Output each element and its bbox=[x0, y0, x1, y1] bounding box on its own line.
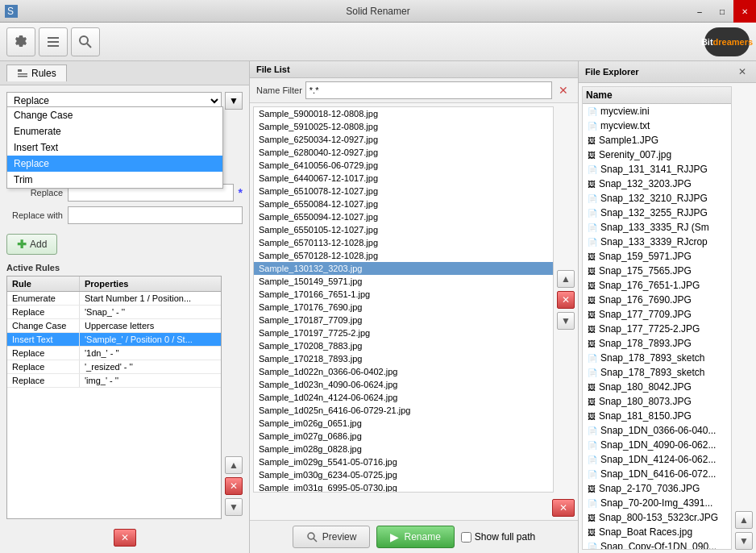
list-item[interactable]: Sample_170187_7709.jpg bbox=[254, 314, 553, 326]
list-item[interactable]: Sample_1d023n_4090-06-0624.jpg bbox=[254, 378, 553, 391]
explorer-item[interactable]: 🖼 Snap_178_7893.JPG bbox=[583, 336, 731, 351]
list-item[interactable]: Sample_6510078-12-1027.jpg bbox=[254, 185, 553, 198]
explorer-item[interactable]: 📄 Snap_132_3255_RJJPG bbox=[583, 206, 731, 220]
list-item[interactable]: Sample_5910025-12-0808.jpg bbox=[254, 120, 553, 133]
settings-button[interactable] bbox=[6, 27, 35, 56]
list-item[interactable]: Sample_6280040-12-0927.jpg bbox=[254, 146, 553, 159]
list-item[interactable]: Sample_170176_7690.jpg bbox=[254, 301, 553, 314]
explorer-item[interactable]: 📄 Snap_1DN_4124-06-062... bbox=[583, 452, 731, 467]
table-row[interactable]: Insert Text 'Sample_' / Position 0 / St.… bbox=[7, 333, 221, 347]
list-item[interactable]: Sample_170197_7725-2.jpg bbox=[254, 326, 553, 339]
list-item[interactable]: Sample_6250034-12-0927.jpg bbox=[254, 133, 553, 146]
dropdown-item-change-case[interactable]: Change Case bbox=[7, 107, 222, 123]
explorer-item[interactable]: 📄 Snap_133_3339_RJcrop bbox=[583, 235, 731, 249]
close-button[interactable]: ✕ bbox=[733, 0, 756, 23]
list-item[interactable]: Sample_170208_7883.jpg bbox=[254, 339, 553, 352]
show-full-path-label[interactable]: Show full path bbox=[461, 526, 535, 548]
explorer-scroll-down-button[interactable]: ▼ bbox=[735, 532, 753, 550]
list-item[interactable]: Sample_6550094-12-1027.jpg bbox=[254, 210, 553, 223]
list-item[interactable]: Sample_1d024n_4124-06-0624.jpg bbox=[254, 391, 553, 404]
explorer-item[interactable]: 📄 Snap_1DN_0366-06-040... bbox=[583, 423, 731, 438]
list-item[interactable]: Sample_170218_7893.jpg bbox=[254, 352, 553, 365]
name-filter-input[interactable] bbox=[305, 81, 552, 99]
clear-filter-button[interactable]: ✕ bbox=[555, 82, 571, 98]
explorer-item[interactable]: 🖼 Snap_177_7725-2.JPG bbox=[583, 322, 731, 336]
maximize-button[interactable]: □ bbox=[711, 0, 733, 23]
scroll-down-button[interactable]: ▼ bbox=[557, 312, 575, 330]
list-item[interactable]: Sample_170166_7651-1.jpg bbox=[254, 288, 553, 301]
explorer-item[interactable]: 🖼 Snap_180_8073.JPG bbox=[583, 394, 731, 409]
explorer-item[interactable]: 📄 Snap_1DN_4090-06-062... bbox=[583, 438, 731, 452]
explorer-item[interactable]: 🖼 Snap_181_8150.JPG bbox=[583, 409, 731, 423]
table-row[interactable]: Replace 'Snap_' - '' bbox=[7, 306, 221, 319]
dropdown-item-trim[interactable]: Trim bbox=[7, 172, 222, 188]
list-item[interactable]: Sample_im031g_6995-05-0730.jpg bbox=[254, 481, 553, 493]
list-item[interactable]: Sample_5900018-12-0808.jpg bbox=[254, 107, 553, 120]
explorer-item[interactable]: 🖼 Sample1.JPG bbox=[583, 133, 731, 148]
list-item[interactable]: Sample_im027g_0686.jpg bbox=[254, 430, 553, 443]
explorer-item[interactable]: 📄 Snap_133_3335_RJ (Sm bbox=[583, 220, 731, 235]
move-rule-up-button[interactable]: ▲ bbox=[225, 456, 243, 474]
list-item[interactable]: Sample_im026g_0651.jpg bbox=[254, 417, 553, 430]
explorer-item[interactable]: 📄 Snap_131_3141_RJJPG bbox=[583, 162, 731, 177]
explorer-item[interactable]: 📄 mycview.ini bbox=[583, 104, 731, 118]
list-item[interactable]: Sample_6570128-12-1028.jpg bbox=[254, 249, 553, 262]
list-item[interactable]: Sample_6440067-12-1017.jpg bbox=[254, 172, 553, 185]
list-item[interactable]: Sample_im029g_5541-05-0716.jpg bbox=[254, 455, 553, 468]
remove-file-button[interactable]: ✕ bbox=[557, 291, 575, 309]
rules-tab[interactable]: Rules bbox=[6, 64, 67, 81]
rename-button[interactable]: ▶ Rename bbox=[376, 526, 454, 548]
explorer-item[interactable]: 🖼 Snap_177_7709.JPG bbox=[583, 307, 731, 322]
list-item[interactable]: Sample_150149_5971.jpg bbox=[254, 275, 553, 288]
list-item[interactable]: Sample_6410056-06-0729.jpg bbox=[254, 159, 553, 172]
search-button[interactable] bbox=[71, 27, 100, 56]
explorer-item[interactable]: 📄 mycview.txt bbox=[583, 118, 731, 133]
table-row[interactable]: Replace 'img_' - '' bbox=[7, 374, 221, 388]
list-item[interactable]: Sample_6570113-12-1028.jpg bbox=[254, 236, 553, 249]
dropdown-item-replace[interactable]: Replace bbox=[7, 156, 222, 172]
list-item[interactable]: Sample_1d025n_6416-06-0729-21.jpg bbox=[254, 404, 553, 417]
list-item[interactable]: Sample_im028g_0828.jpg bbox=[254, 443, 553, 455]
remove-all-files-button[interactable]: ✕ bbox=[552, 499, 575, 517]
scroll-up-button[interactable]: ▲ bbox=[557, 270, 575, 288]
explorer-item[interactable]: 🖼 Snap_800-153_5323cr.JPG bbox=[583, 510, 731, 525]
move-rule-down-button[interactable]: ▼ bbox=[225, 498, 243, 516]
list-item[interactable]: Sample_1d022n_0366-06-0402.jpg bbox=[254, 365, 553, 378]
table-row[interactable]: Enumerate Start Number 1 / Position... bbox=[7, 292, 221, 306]
explorer-item[interactable]: 📄 Snap_178_7893_sketch bbox=[583, 365, 731, 380]
explorer-item[interactable]: 🖼 Snap_2-170_7036.JPG bbox=[583, 481, 731, 496]
explorer-item[interactable]: 🖼 Snap_175_7565.JPG bbox=[583, 264, 731, 278]
table-row[interactable]: Replace '_resized' - '' bbox=[7, 360, 221, 374]
close-explorer-button[interactable]: ✕ bbox=[735, 64, 750, 79]
explorer-item[interactable]: 📄 Snap_70-200-Img_4391... bbox=[583, 496, 731, 510]
explorer-item[interactable]: 🖼 Snap_176_7651-1.JPG bbox=[583, 278, 731, 293]
dropdown-item-insert-text[interactable]: Insert Text bbox=[7, 139, 222, 156]
explorer-item[interactable]: 🖼 Serenity_007.jpg bbox=[583, 148, 731, 162]
dropdown-item-enumerate[interactable]: Enumerate bbox=[7, 123, 222, 139]
remove-all-button[interactable]: ✕ bbox=[114, 529, 136, 547]
explorer-item[interactable]: 🖼 Snap_Boat Races.jpg bbox=[583, 525, 731, 539]
explorer-item[interactable]: 🖼 Snap_159_5971.JPG bbox=[583, 249, 731, 264]
explorer-item[interactable]: 🖼 Snap_176_7690.JPG bbox=[583, 293, 731, 307]
explorer-item[interactable]: 🖼 Snap_132_3203.JPG bbox=[583, 177, 731, 191]
show-full-path-checkbox[interactable] bbox=[461, 532, 471, 543]
table-row[interactable]: Replace '1dn_' - '' bbox=[7, 347, 221, 360]
delete-rule-button[interactable]: ✕ bbox=[225, 477, 243, 495]
minimize-button[interactable]: – bbox=[688, 0, 711, 23]
explorer-item[interactable]: 📄 Snap_Copy-Of-1DN_090... bbox=[583, 539, 731, 550]
add-rule-button[interactable]: ✚ Add bbox=[6, 234, 57, 255]
preview-button[interactable]: Preview bbox=[293, 526, 371, 548]
explorer-scroll-up-button[interactable]: ▲ bbox=[735, 511, 753, 529]
list-item[interactable]: Sample_im030g_6234-05-0725.jpg bbox=[254, 468, 553, 481]
explorer-item[interactable]: 📄 Snap_1DN_6416-06-072... bbox=[583, 467, 731, 481]
dropdown-arrow-button[interactable]: ▼ bbox=[225, 92, 243, 110]
replace-with-input[interactable] bbox=[68, 206, 243, 224]
list-item[interactable]: Sample_130132_3203.jpg bbox=[254, 262, 553, 275]
explorer-item[interactable]: 📄 Snap_132_3210_RJJPG bbox=[583, 191, 731, 206]
explorer-item[interactable]: 📄 Snap_178_7893_sketch bbox=[583, 351, 731, 365]
table-row[interactable]: Change Case Uppercase letters bbox=[7, 319, 221, 333]
list-item[interactable]: Sample_6550084-12-1027.jpg bbox=[254, 198, 553, 210]
explorer-item[interactable]: 🖼 Snap_180_8042.JPG bbox=[583, 380, 731, 394]
list-item[interactable]: Sample_6550105-12-1027.jpg bbox=[254, 223, 553, 236]
list-button[interactable] bbox=[39, 27, 68, 56]
